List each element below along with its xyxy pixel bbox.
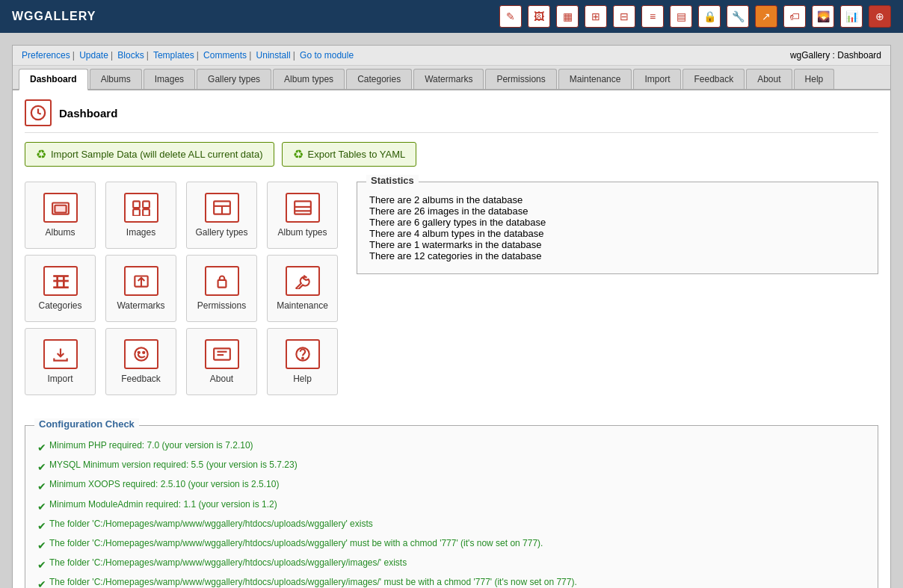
config-line-4: ✔ Minimum ModuleAdmin required: 1.1 (you…	[37, 497, 866, 516]
config-check-box: Configuration Check ✔ Minimum PHP requir…	[25, 425, 878, 588]
tile-maintenance-label: Maintenance	[277, 300, 328, 311]
svg-rect-6	[143, 209, 150, 216]
breadcrumb-link-preferences[interactable]: Preferences	[22, 50, 70, 61]
breadcrumb-right: wgGallery : Dashboard	[790, 50, 881, 61]
import-icon: ♻	[36, 147, 46, 161]
image-icon[interactable]: 🖼	[528, 5, 550, 28]
statistics-content: There are 2 albums in the database There…	[369, 194, 866, 261]
config-line-5: ✔ The folder 'C:/Homepages/wamp/www/wgga…	[37, 516, 866, 536]
tab-gallery-types[interactable]: Gallery types	[197, 69, 271, 89]
albums-tile-icon	[43, 193, 78, 223]
export-yaml-button[interactable]: ♻ Export Tables to YAML	[282, 142, 417, 167]
statistics-title: Statistics	[366, 175, 419, 186]
statistics-col: Statistics There are 2 albums in the dat…	[357, 182, 878, 410]
content-area: Dashboard ♻ Import Sample Data (will del…	[13, 90, 890, 588]
check-icon-6: ✔	[37, 536, 46, 555]
tile-feedback[interactable]: Feedback	[105, 328, 176, 395]
dashboard-icon	[25, 99, 52, 126]
tab-help[interactable]: Help	[794, 69, 835, 89]
module-grid: Albums Images	[25, 182, 342, 395]
tab-albums[interactable]: Albums	[90, 69, 142, 89]
app-title: WGGALLERY	[12, 10, 96, 23]
breadcrumb-link-goto[interactable]: Go to module	[300, 50, 354, 61]
breadcrumb-link-templates[interactable]: Templates	[153, 50, 194, 61]
help-icon[interactable]: ⊕	[869, 5, 891, 28]
svg-rect-2	[55, 205, 66, 213]
chart-icon[interactable]: ▤	[670, 5, 692, 28]
check-icon-5: ✔	[37, 517, 46, 536]
svg-rect-5	[133, 209, 140, 216]
page-title: Dashboard	[59, 107, 117, 120]
tile-categories-label: Categories	[38, 300, 81, 311]
config-line-7: ✔ The folder 'C:/Homepages/wamp/www/wgga…	[37, 555, 866, 575]
tab-import[interactable]: Import	[633, 69, 681, 89]
config-line-2: ✔ MYSQL Minimum version required: 5.5 (y…	[37, 457, 866, 477]
tile-albums-label: Albums	[45, 227, 75, 238]
export-label: Export Tables to YAML	[308, 149, 406, 160]
tab-permissions[interactable]: Permissions	[485, 69, 556, 89]
config-line-1: ✔ Minimum PHP required: 7.0 (your versio…	[37, 438, 866, 457]
tile-maintenance[interactable]: Maintenance	[267, 255, 338, 322]
tile-album-types-label: Album types	[277, 227, 327, 238]
tab-watermarks[interactable]: Watermarks	[413, 69, 484, 89]
tile-albums[interactable]: Albums	[25, 182, 96, 249]
breadcrumb-bar: Preferences| Update| Blocks| Templates| …	[13, 46, 890, 66]
tab-images[interactable]: Images	[144, 69, 195, 89]
tools-icon[interactable]: 🔧	[727, 5, 749, 28]
about-tile-icon	[205, 339, 239, 369]
tile-gallery-types[interactable]: Gallery types	[186, 182, 257, 249]
permissions-tile-icon	[205, 266, 239, 296]
tile-permissions[interactable]: Permissions	[186, 255, 257, 322]
breadcrumb: Preferences| Update| Blocks| Templates| …	[22, 50, 354, 61]
tile-watermarks[interactable]: Watermarks	[105, 255, 176, 322]
breadcrumb-link-update[interactable]: Update	[79, 50, 108, 61]
main-panel: Preferences| Update| Blocks| Templates| …	[12, 45, 891, 588]
tile-about[interactable]: About	[186, 328, 257, 395]
tab-categories[interactable]: Categories	[346, 69, 412, 89]
import-tile-icon	[43, 339, 78, 369]
config-line-3: ✔ Minimum XOOPS required: 2.5.10 (your v…	[37, 477, 866, 496]
list-icon[interactable]: ≡	[641, 5, 664, 28]
export-icon: ♻	[293, 147, 303, 161]
svg-rect-3	[133, 201, 140, 208]
tab-about[interactable]: About	[746, 69, 792, 89]
photo-icon[interactable]: 🌄	[812, 5, 834, 28]
svg-rect-4	[143, 201, 150, 208]
tag-icon[interactable]: 🏷	[783, 5, 806, 28]
arrow-icon[interactable]: ↗	[755, 5, 777, 28]
tab-dashboard[interactable]: Dashboard	[19, 69, 88, 90]
edit-icon[interactable]: ✎	[499, 5, 522, 28]
tile-import-label: Import	[47, 374, 73, 384]
stat-line-5: There are 1 watermarks in the database	[369, 239, 866, 250]
stat-line-6: There are 12 categories in the database	[369, 250, 866, 261]
breadcrumb-link-blocks[interactable]: Blocks	[117, 50, 144, 61]
svg-point-21	[135, 347, 147, 360]
tile-import[interactable]: Import	[25, 328, 96, 395]
config-check-title: Configuration Check	[34, 418, 139, 430]
categories-tile-icon	[43, 266, 78, 296]
bar-chart-icon[interactable]: 📊	[840, 5, 863, 28]
tile-help[interactable]: Help	[267, 328, 338, 395]
tab-album-types[interactable]: Album types	[273, 69, 345, 89]
grid-icon[interactable]: ⊞	[585, 5, 607, 28]
lock-icon[interactable]: 🔒	[698, 5, 721, 28]
table-icon[interactable]: ⊟	[613, 5, 635, 28]
images-icon[interactable]: ▦	[556, 5, 579, 28]
tile-categories[interactable]: Categories	[25, 255, 96, 322]
import-sample-button[interactable]: ♻ Import Sample Data (will delete ALL cu…	[25, 142, 274, 167]
tile-gallery-types-label: Gallery types	[195, 227, 247, 238]
stat-line-4: There are 4 album types in the database	[369, 228, 866, 239]
tile-images-label: Images	[126, 227, 155, 238]
tab-maintenance[interactable]: Maintenance	[558, 69, 632, 89]
check-icon-2: ✔	[37, 458, 46, 477]
breadcrumb-link-uninstall[interactable]: Uninstall	[256, 50, 291, 61]
tile-images[interactable]: Images	[105, 182, 176, 249]
tile-album-types[interactable]: Album types	[267, 182, 338, 249]
two-col-layout: Albums Images	[25, 182, 878, 410]
check-icon-3: ✔	[37, 477, 46, 496]
svg-point-22	[138, 352, 139, 353]
svg-point-23	[143, 352, 144, 353]
check-icon-1: ✔	[37, 439, 46, 457]
breadcrumb-link-comments[interactable]: Comments	[203, 50, 247, 61]
tab-feedback[interactable]: Feedback	[682, 69, 745, 89]
